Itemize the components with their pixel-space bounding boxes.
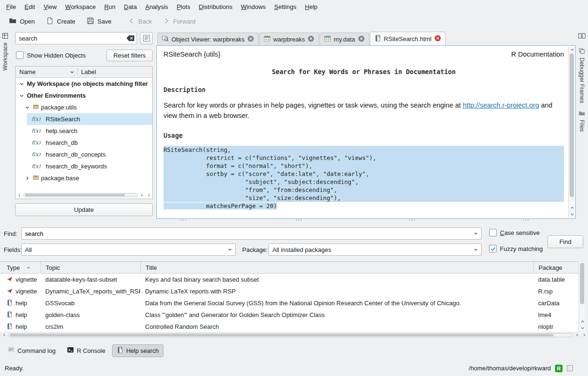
close-icon[interactable] — [308, 35, 314, 43]
column-header-type[interactable]: Type — [0, 262, 41, 273]
scrollbar-thumb[interactable] — [10, 334, 554, 336]
scrollbar-track[interactable] — [23, 193, 138, 197]
tab-my-data[interactable]: my.data — [319, 33, 369, 45]
tree-item-other-environments[interactable]: Other Environments — [16, 90, 152, 101]
chevron-right-icon[interactable] — [24, 176, 31, 181]
menu-settings[interactable]: Settings — [270, 1, 301, 12]
scrollbar-track[interactable] — [8, 333, 573, 337]
chevron-down-icon[interactable] — [18, 93, 25, 98]
clear-search-icon[interactable] — [126, 35, 135, 43]
tree-item-hsearch-db-concepts[interactable]: f(x) hsearch_db_concepts — [16, 149, 152, 160]
table-row[interactable]: vignette Dynamic_LaTeX_reports_with_RSP … — [0, 285, 579, 297]
split-view-icon[interactable] — [578, 32, 586, 41]
tab-r-console[interactable]: R Console — [62, 344, 110, 357]
menu-view[interactable]: View — [39, 1, 61, 12]
reset-filters-button[interactable]: Reset filters — [106, 50, 153, 61]
update-button[interactable]: Update — [15, 203, 153, 216]
show-hidden-checkbox[interactable] — [16, 51, 24, 59]
tree-item-hsearch-db-keywords[interactable]: f(x) hsearch_db_keywords — [16, 160, 152, 172]
scroll-up-icon[interactable] — [569, 47, 575, 53]
scroll-right-icon[interactable] — [146, 192, 152, 198]
menu-analysis[interactable]: Analysis — [141, 1, 172, 12]
scroll-up-icon[interactable] — [569, 205, 575, 211]
column-header-label[interactable]: Label — [78, 68, 96, 75]
table-row[interactable]: help GSSvocab Data from the General Soci… — [0, 297, 579, 309]
scroll-down-icon[interactable] — [569, 211, 575, 217]
search-r-project-link[interactable]: http://search.r-project.org — [463, 101, 539, 109]
tree-horizontal-scrollbar[interactable] — [16, 192, 152, 198]
sidebar-tab-workspace[interactable]: Workspace — [2, 42, 8, 71]
splitter-handle[interactable] — [180, 219, 186, 221]
chevron-down-icon[interactable] — [225, 247, 235, 252]
scrollbar-thumb[interactable] — [25, 194, 125, 196]
menu-data[interactable]: Data — [120, 1, 141, 12]
column-header-topic[interactable]: Topic — [41, 262, 140, 273]
scrollbar-thumb[interactable] — [580, 263, 584, 304]
menu-file[interactable]: File — [2, 1, 20, 12]
chevron-down-icon[interactable] — [18, 82, 25, 86]
tab-command-log[interactable]: Command log — [3, 344, 60, 357]
chevron-down-icon[interactable] — [69, 70, 75, 75]
r-engine-status-icon[interactable]: R — [555, 365, 563, 372]
tab-rsitesearch-html[interactable]: RSiteSearch.html — [370, 32, 446, 45]
table-row[interactable]: help golden-class Class "'golden'" and G… — [0, 309, 579, 321]
save-button[interactable]: Save — [82, 15, 117, 28]
tab-object-viewer-warpbreaks[interactable]: Object Viewer: warpbreaks — [157, 33, 259, 45]
menu-windows[interactable]: Windows — [237, 1, 270, 12]
scroll-down-icon[interactable] — [579, 325, 586, 331]
chevron-down-icon[interactable] — [24, 105, 31, 110]
back-button[interactable]: Back — [123, 15, 157, 28]
fuzzy-matching-checkbox[interactable] — [489, 245, 497, 252]
column-header-package[interactable]: Package — [533, 262, 579, 273]
tree-item-help-search[interactable]: f(x) help.search — [16, 125, 152, 137]
sidebar-tab-debugger-frames[interactable]: Debugger Frames — [579, 48, 585, 103]
close-icon[interactable] — [247, 35, 254, 43]
menu-distributions[interactable]: Distributions — [195, 1, 237, 12]
menu-edit[interactable]: Edit — [20, 1, 39, 12]
search-options-button[interactable] — [140, 32, 153, 44]
case-sensitive-checkbox[interactable] — [489, 229, 497, 236]
column-header-name[interactable]: Name — [16, 68, 77, 75]
tree-item-my-workspace[interactable]: My Workspace (no objects matching filter — [16, 78, 152, 90]
tree-item-package-utils[interactable]: package:utils — [16, 101, 152, 113]
chevron-down-icon[interactable] — [471, 231, 481, 236]
scroll-left-icon[interactable] — [16, 192, 22, 198]
find-input[interactable] — [22, 230, 471, 237]
splitter-handle[interactable] — [523, 219, 529, 221]
forward-button[interactable]: Forward — [158, 15, 201, 28]
chevron-down-icon[interactable] — [471, 247, 481, 252]
menu-run[interactable]: Run — [100, 1, 120, 12]
close-icon[interactable] — [434, 35, 441, 43]
tab-help-search[interactable]: Help search — [112, 344, 163, 357]
scrollbar-thumb[interactable] — [570, 53, 574, 197]
column-header-title[interactable]: Title — [140, 262, 533, 273]
scroll-right-icon[interactable] — [581, 332, 587, 338]
menu-workspace[interactable]: Workspace — [61, 1, 100, 12]
table-row[interactable]: help crs2lm Controlled Random Search nlo… — [0, 321, 579, 332]
find-button[interactable]: Find — [547, 235, 583, 248]
scroll-left-icon[interactable] — [574, 332, 580, 338]
fuzzy-matching-checkbox-row[interactable]: Fuzzy matching — [489, 245, 543, 252]
splitter-handle[interactable] — [296, 219, 302, 221]
document-vertical-scrollbar[interactable] — [568, 46, 575, 218]
close-icon[interactable] — [358, 35, 365, 43]
tab-warpbreaks[interactable]: warpbreaks — [259, 33, 319, 45]
tree-item-package-base[interactable]: package:base — [16, 172, 152, 184]
menu-help[interactable]: Help — [301, 1, 322, 12]
tree-item-hsearch-db[interactable]: f(x) hsearch_db — [16, 137, 152, 149]
results-vertical-scrollbar[interactable] — [579, 261, 585, 332]
scroll-up-icon[interactable] — [579, 318, 586, 325]
menu-plots[interactable]: Plots — [172, 1, 195, 12]
results-horizontal-scrollbar[interactable] — [0, 332, 588, 338]
create-button[interactable]: Create — [41, 15, 81, 28]
scroll-left-icon[interactable] — [139, 192, 145, 198]
splitter-handle[interactable] — [409, 219, 415, 221]
scroll-left-icon[interactable] — [1, 332, 7, 338]
fields-combobox[interactable]: All — [21, 243, 236, 256]
table-row[interactable]: vignette datatable-keys-fast-subset Keys… — [0, 274, 579, 285]
find-combobox[interactable] — [21, 227, 482, 240]
workspace-search-input[interactable] — [15, 32, 137, 44]
sidebar-tab-files[interactable]: Files — [579, 110, 585, 132]
case-sensitive-checkbox-row[interactable]: Case sensitive — [489, 229, 540, 236]
tree-item-rsitesearch[interactable]: f(x) RSiteSearch — [16, 113, 152, 125]
